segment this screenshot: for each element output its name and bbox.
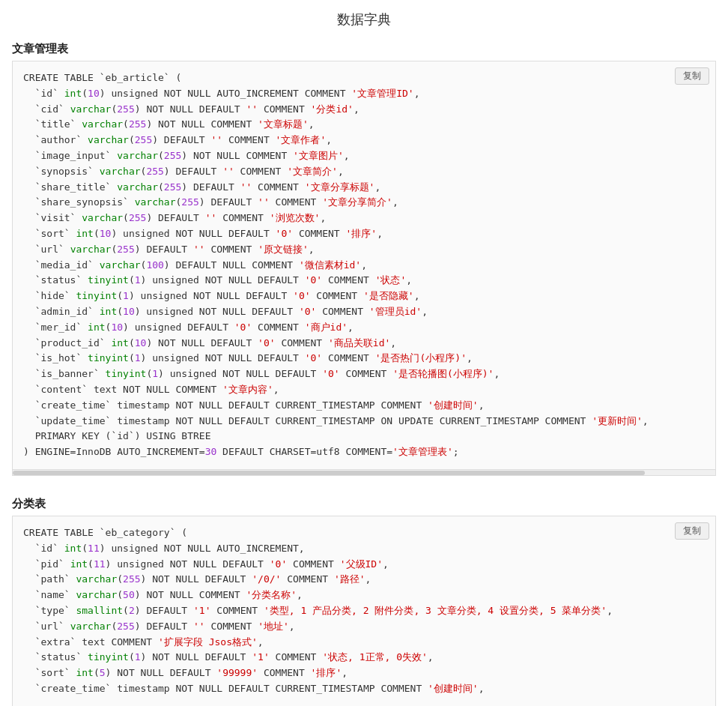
page-title: 数据字典 bbox=[0, 0, 728, 36]
article-code-block: 复制 CREATE TABLE `eb_article` ( `id` int(… bbox=[12, 61, 716, 470]
category-code-block: 复制 CREATE TABLE `eb_category` ( `id` int… bbox=[12, 516, 716, 706]
category-section-title: 分类表 bbox=[12, 491, 716, 516]
category-copy-button[interactable]: 复制 bbox=[675, 522, 709, 540]
category-code: CREATE TABLE `eb_category` ( `id` int(11… bbox=[23, 525, 705, 697]
article-copy-button[interactable]: 复制 bbox=[675, 67, 709, 85]
article-code: CREATE TABLE `eb_article` ( `id` int(10)… bbox=[23, 70, 705, 460]
article-scrollbar[interactable] bbox=[12, 470, 716, 476]
article-section-title: 文章管理表 bbox=[12, 36, 716, 61]
category-section: 分类表 复制 CREATE TABLE `eb_category` ( `id`… bbox=[12, 491, 716, 706]
article-section: 文章管理表 复制 CREATE TABLE `eb_article` ( `id… bbox=[12, 36, 716, 476]
